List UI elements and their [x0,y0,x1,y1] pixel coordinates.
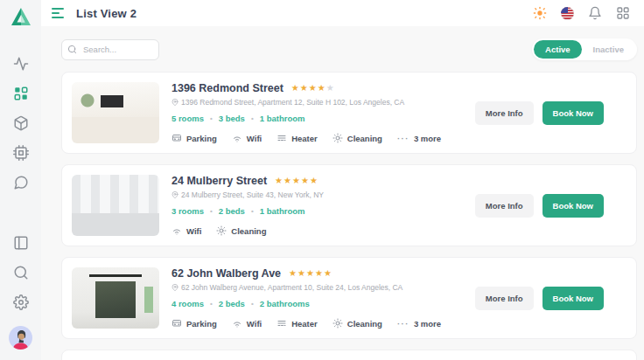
sun-icon [533,6,547,20]
parking-icon [172,133,182,143]
rooms-count: 5 rooms [172,114,204,123]
listing-address: 62 John Walberg Avenue, Apartment 10, Su… [172,283,468,292]
sidebar-item-components[interactable] [13,145,29,161]
sidebar-item-settings[interactable] [13,294,29,310]
amenity-parking: Parking [172,133,217,143]
cleaning-icon [216,225,227,236]
beds-count: 2 beds [219,206,245,216]
status-filter-toggle: Active Inactive [532,38,637,60]
filter-active-button[interactable]: Active [534,40,582,59]
cpu-icon [13,145,29,161]
book-now-button[interactable]: Book Now [542,287,604,310]
bell-icon [588,6,602,20]
sidebar [0,0,41,360]
amenity-cleaning: Cleaning [332,318,382,329]
amenity-heater: Heater [276,133,318,143]
listing-stats: 4 rooms• 2 beds• 2 bathrooms [172,299,468,308]
beds-count: 3 beds [219,114,245,123]
notifications-button[interactable] [588,6,602,20]
book-now-button[interactable]: Book Now [542,101,604,125]
property-photo [72,175,159,236]
listing-title: 24 Mulberry Street [172,175,267,187]
card-actions: More Info Book Now [475,175,604,236]
parking-icon [172,318,182,329]
listing-card: 24 Mulberry Street ★★★★★ 24 Mulberry Str… [61,164,637,246]
ellipsis-icon: ··· [397,319,410,329]
amenity-heater: Heater [276,318,318,329]
more-info-button[interactable]: More Info [475,194,534,218]
amenity-wifi: Wifi [232,133,262,143]
top-navbar: List View 2 [41,0,644,26]
rating-stars: ★★★★★ [289,269,332,278]
card-actions: More Info Book Now [475,267,604,329]
amenity-parking: Parking [172,318,217,329]
more-info-button[interactable]: More Info [475,287,534,310]
listing-card: 1396 Redmond Street ★★★★★ 1396 Redmond S… [61,72,637,154]
search-icon [67,45,77,54]
listing-stats: 5 rooms• 3 beds• 1 bathroom [172,114,468,123]
main-area: List View 2 Active Inactive [41,0,644,360]
box-icon [13,115,29,131]
cleaning-icon [332,133,343,143]
content-area: Active Inactive 1396 Redmond Street ★★★★… [41,26,644,360]
chat-bubble-icon [13,175,29,190]
theme-toggle[interactable] [533,6,547,20]
map-pin-icon [172,284,178,291]
search-box [61,39,159,60]
property-photo [72,267,159,329]
baths-count: 1 bathroom [260,114,305,123]
rooms-count: 4 rooms [172,299,204,308]
sidebar-item-dashboard[interactable] [13,86,29,101]
app-logo-icon[interactable] [10,7,32,26]
amenity-wifi: Wifi [232,318,262,329]
more-info-button[interactable]: More Info [475,101,534,125]
hamburger-menu-icon[interactable] [52,8,64,18]
baths-count: 1 bathroom [260,206,305,216]
wifi-icon [172,225,182,236]
search-icon [13,265,29,280]
filter-inactive-button[interactable]: Inactive [582,40,635,59]
baths-count: 2 bathrooms [260,299,310,308]
listing-info: 62 John Walberg Ave ★★★★★ 62 John Walber… [172,267,468,329]
amenity-cleaning: Cleaning [216,225,266,236]
page-title: List View 2 [76,7,136,20]
listing-info: 1396 Redmond Street ★★★★★ 1396 Redmond S… [172,82,468,143]
amenities-row: Parking Wifi Heater Cleaning ···3 more [172,318,468,329]
sidebar-item-layouts[interactable] [13,235,29,251]
search-filter-row: Active Inactive [61,38,637,60]
property-photo [72,82,159,143]
cleaning-icon [332,318,343,329]
listing-address: 24 Mulberry Street, Suite 43, New York, … [172,190,468,199]
us-flag-icon[interactable] [561,7,574,20]
user-avatar[interactable] [9,326,32,350]
listing-address: 1396 Redmond Street, Apartment 12, Suite… [172,98,468,107]
wifi-icon [232,318,242,329]
sidebar-item-packages[interactable] [13,115,29,131]
rooms-count: 3 rooms [172,206,204,216]
amenities-row: Parking Wifi Heater Cleaning ···3 more [172,133,468,143]
amenity-wifi: Wifi [172,225,201,236]
avatar-image [9,326,32,350]
sidebar-item-activity[interactable] [13,56,29,72]
rating-stars: ★★★★★ [275,177,318,185]
map-pin-icon [172,99,178,106]
listing-title: 62 John Walberg Ave [172,267,281,280]
sidebar-item-search[interactable] [13,265,29,280]
ellipsis-icon: ··· [397,134,410,143]
more-amenities[interactable]: ···3 more [397,134,441,143]
listing-card: 48 Manhattan Ave ★★★★★ [61,350,637,360]
heater-icon [276,318,287,329]
gear-icon [13,294,29,310]
grid-icon [616,6,630,20]
apps-menu-button[interactable] [616,6,630,20]
more-amenities[interactable]: ···3 more [397,319,441,329]
listing-title: 1396 Redmond Street [172,82,284,94]
map-pin-icon [172,191,178,198]
listing-card: 62 John Walberg Ave ★★★★★ 62 John Walber… [61,257,637,339]
rating-stars: ★★★★★ [291,84,335,93]
listing-stats: 3 rooms• 2 beds• 1 bathroom [172,206,468,216]
amenities-row: Wifi Cleaning [172,225,468,236]
sidebar-item-chat[interactable] [13,175,29,190]
dashboard-grid-icon [13,86,29,101]
book-now-button[interactable]: Book Now [542,194,604,218]
